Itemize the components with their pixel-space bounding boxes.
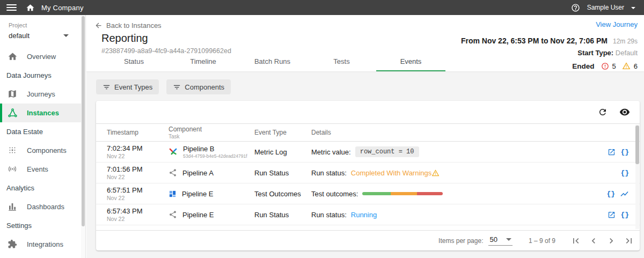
- page-range: 1 – 9 of 9: [529, 237, 555, 245]
- component-cell: Pipeline E: [169, 210, 254, 219]
- project-label: Project: [9, 22, 77, 28]
- warning-count: 6: [634, 62, 638, 70]
- line-chart-icon[interactable]: [620, 189, 629, 198]
- table-scrollbar[interactable]: [635, 124, 639, 229]
- visibility-icon[interactable]: [619, 107, 630, 117]
- sidebar-item-overview[interactable]: Overview: [0, 47, 85, 66]
- share-icon: [169, 168, 177, 177]
- instance-tabs: Status Timeline Batch Runs Tests Events: [99, 53, 445, 71]
- json-payload-icon[interactable]: {}: [620, 211, 629, 219]
- event-types-filter[interactable]: Event Types: [96, 79, 159, 94]
- outcomes-passed-segment: [362, 192, 391, 195]
- components-filter[interactable]: Components: [166, 79, 231, 94]
- first-page-icon[interactable]: [570, 235, 581, 246]
- instances-graph-icon: [8, 108, 18, 118]
- share-icon: [169, 210, 177, 219]
- timestamp-cell: 7:01:56 PM Nov 22: [107, 165, 169, 180]
- project-selector: Project default: [0, 15, 85, 43]
- tab-tests[interactable]: Tests: [307, 53, 376, 71]
- event-row[interactable]: 7:01:56 PM Nov 22 Pipeline A Run Status …: [96, 163, 640, 183]
- refresh-icon[interactable]: [598, 107, 608, 117]
- sidebar-item-dashboards[interactable]: Dashboards: [0, 197, 85, 216]
- pinwheel-logo-icon: [169, 148, 178, 157]
- col-timestamp: Timestamp: [107, 129, 169, 136]
- items-per-page-label: Items per page:: [438, 237, 483, 245]
- error-count: 5: [612, 62, 616, 70]
- instance-status: Ended 5 6: [572, 61, 638, 71]
- user-menu-caret-icon[interactable]: [631, 7, 635, 9]
- table-pagination: Items per page: 50 1 – 9 of 9: [96, 230, 640, 250]
- open-in-new-icon[interactable]: [608, 211, 616, 219]
- sidebar-nav: Overview Data Journeys Journeys Instance…: [0, 47, 85, 254]
- sidebar-item-instances[interactable]: Instances: [0, 104, 85, 122]
- col-event-type: Event Type: [254, 129, 311, 136]
- details-cell: Test outcomes:: [311, 190, 577, 198]
- sidebar-section-data-journeys: Data Journeys: [0, 66, 85, 85]
- component-cell: Pipeline E: [169, 190, 254, 198]
- sidebar-item-integrations[interactable]: Integrations: [0, 235, 85, 254]
- previous-page-icon[interactable]: [588, 235, 599, 246]
- outcomes-failed-segment: [417, 192, 443, 195]
- map-icon: [8, 89, 18, 99]
- tab-timeline[interactable]: Timeline: [169, 53, 238, 71]
- filter-icon: [173, 83, 181, 91]
- sidebar-section-settings: Settings: [0, 216, 85, 235]
- view-journey-link[interactable]: View Journey: [596, 20, 638, 31]
- open-in-new-icon[interactable]: [608, 148, 616, 156]
- start-type: Start Type: Default: [577, 49, 638, 60]
- row-actions: {}: [577, 189, 629, 198]
- col-component: Component Task: [169, 126, 254, 139]
- event-type-cell: Test Outcomes: [254, 190, 311, 198]
- main-panel: Back to Instances Reporting #23887499-a8…: [86, 15, 644, 258]
- event-row[interactable]: 7:02:34 PM Nov 22 Pipeline B 53d4-4759-b…: [96, 142, 640, 163]
- sidebar-section-data-estate: Data Estate: [0, 122, 85, 141]
- filter-bar: Event Types Components: [96, 79, 640, 94]
- home-icon[interactable]: [26, 3, 35, 12]
- test-outcomes-bar: [362, 192, 443, 195]
- event-row[interactable]: 6:57:51 PM Nov 22 Pipeline E Test Outcom…: [96, 183, 640, 204]
- bar-chart-icon: [8, 202, 18, 212]
- sidebar-scrollbar[interactable]: [81, 15, 85, 258]
- project-select[interactable]: default: [9, 32, 69, 40]
- sidebar-item-components[interactable]: Components: [0, 141, 85, 160]
- run-status-value: Running: [351, 211, 377, 219]
- status-badge: Ended: [572, 62, 594, 70]
- user-menu[interactable]: Sample User: [587, 4, 624, 11]
- menu-icon[interactable]: [6, 3, 17, 12]
- json-payload-icon[interactable]: {}: [620, 169, 629, 177]
- events-signal-icon: [8, 164, 18, 174]
- duration: 12m 29s: [613, 38, 638, 45]
- project-caret-icon: [63, 34, 69, 37]
- help-icon[interactable]: [571, 3, 580, 12]
- items-per-page-select[interactable]: 50: [488, 235, 512, 246]
- sidebar-item-events[interactable]: Events: [0, 160, 85, 179]
- events-table-card: Timestamp Component Task Event Type Deta…: [96, 101, 640, 250]
- event-row[interactable]: 6:57:43 PM Nov 22 Pipeline E Run Status …: [96, 204, 640, 225]
- warning-icon: [622, 62, 631, 70]
- row-actions: {}: [577, 169, 629, 177]
- tab-events[interactable]: Events: [376, 53, 445, 71]
- timestamp-cell: 6:57:43 PM Nov 22: [107, 207, 169, 222]
- puzzle-icon: [8, 239, 18, 249]
- back-to-instances-link[interactable]: Back to Instances: [94, 21, 162, 30]
- last-page-icon[interactable]: [624, 235, 634, 246]
- json-payload-icon[interactable]: {}: [620, 148, 629, 156]
- next-page-icon[interactable]: [606, 235, 617, 246]
- warning-icon: [431, 169, 440, 177]
- sidebar: Project default Overview Data Journeys J…: [0, 15, 86, 258]
- event-type-cell: Run Status: [254, 169, 311, 177]
- select-caret-icon: [506, 238, 511, 241]
- blue-blocks-logo-icon: [169, 190, 177, 198]
- sidebar-item-journeys[interactable]: Journeys: [0, 85, 85, 104]
- json-payload-icon[interactable]: {}: [606, 190, 615, 198]
- tab-status[interactable]: Status: [99, 53, 169, 71]
- project-value: default: [9, 32, 30, 40]
- tab-batch-runs[interactable]: Batch Runs: [238, 53, 307, 71]
- details-cell: Metric value: row_count = 10: [311, 146, 577, 157]
- col-details: Details: [311, 129, 577, 136]
- instance-summary: View Journey From Nov 22, 6:53 PM to Nov…: [461, 20, 638, 71]
- event-type-cell: Run Status: [254, 211, 311, 219]
- sidebar-section-analytics: Analytics: [0, 179, 85, 197]
- home-icon: [8, 51, 18, 62]
- page-title: Reporting: [101, 32, 148, 45]
